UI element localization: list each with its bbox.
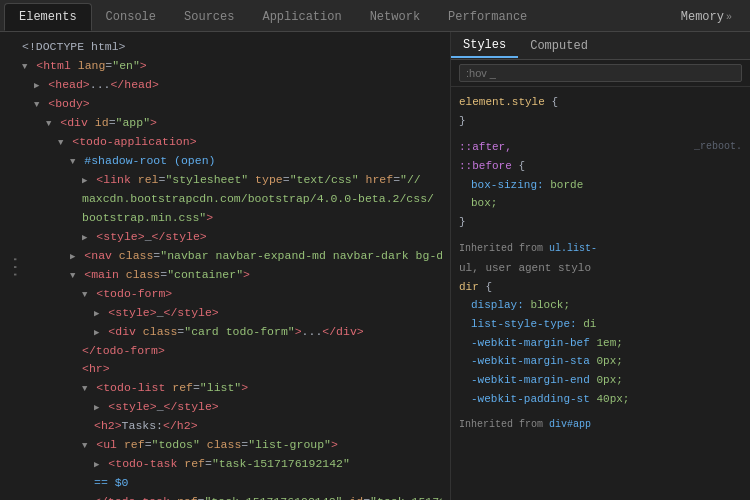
- tab-memory-label: Memory: [681, 10, 724, 24]
- dom-line: </todo-form>: [22, 342, 442, 361]
- dom-line: ▼ <html lang="en">: [22, 57, 442, 76]
- filter-row: [451, 60, 750, 87]
- styles-content: element.style { } ::after, _reboot. ::be…: [451, 87, 750, 447]
- css-prop-line: -webkit-margin-bef 1em;: [459, 334, 742, 353]
- styles-tab-label: Styles: [463, 38, 506, 52]
- dom-line: ▶ <style>_</style>: [22, 398, 442, 417]
- css-prop-line: box;: [459, 194, 742, 213]
- triangle-icon: ▼: [70, 271, 75, 281]
- triangle-icon: ▶: [94, 309, 99, 319]
- dom-line: ▶ <todo-task ref="task-1517176192142": [22, 455, 442, 474]
- triangle-icon: ▶: [94, 403, 99, 413]
- dom-content: <!DOCTYPE html> ▼ <html lang="en"> ▶ <he…: [22, 38, 442, 500]
- dom-line: ▼ <main class="container">: [22, 266, 442, 285]
- css-close-brace: }: [459, 213, 742, 232]
- dom-line: ▼ <todo-form>: [22, 285, 442, 304]
- css-selector-line: ::after, _reboot.: [459, 138, 742, 157]
- inherited-element: ul.list-: [549, 243, 597, 254]
- tab-application-label: Application: [262, 10, 341, 24]
- triangle-icon: ▶: [94, 328, 99, 338]
- css-block-after-before: ::after, _reboot. ::before { box-sizing:…: [459, 138, 742, 231]
- css-inherited-source: ul, user agent stylo: [459, 259, 742, 278]
- dom-line: bootstrap.min.css">: [22, 209, 442, 228]
- inherited-element2: div#app: [549, 419, 591, 430]
- inherited-label2: Inherited from div#app: [459, 416, 742, 433]
- triangle-icon: ▼: [82, 384, 87, 394]
- tab-elements-label: Elements: [19, 10, 77, 24]
- css-prop-line: box-sizing: borde: [459, 176, 742, 195]
- dom-line: </todo-task ref="task-1517176192142" id=…: [22, 493, 442, 500]
- css-block-inherited2: Inherited from div#app: [459, 416, 742, 433]
- css-block-inherited: Inherited from ul.list- ul, user agent s…: [459, 240, 742, 409]
- tab-computed[interactable]: Computed: [518, 35, 600, 57]
- chevron-icon: »: [726, 12, 732, 23]
- tab-sources[interactable]: Sources: [170, 3, 248, 31]
- tab-performance[interactable]: Performance: [434, 3, 541, 31]
- tab-elements[interactable]: Elements: [4, 3, 92, 31]
- css-prop-line: list-style-type: di: [459, 315, 742, 334]
- triangle-icon: ▼: [46, 119, 51, 129]
- tab-console-label: Console: [106, 10, 156, 24]
- css-prop-line: -webkit-padding-st 40px;: [459, 390, 742, 409]
- css-prop-line: display: block;: [459, 296, 742, 315]
- dom-line: ▼ <body>: [22, 95, 442, 114]
- dom-line: <hr>: [22, 360, 442, 379]
- css-prop-line: dir {: [459, 278, 742, 297]
- dom-line: ▼ #shadow-root (open): [22, 152, 442, 171]
- triangle-icon: ▶: [82, 176, 87, 186]
- dom-line: ▶ <div class="card todo-form">...</div>: [22, 323, 442, 342]
- css-prop-line: -webkit-margin-sta 0px;: [459, 352, 742, 371]
- filter-input[interactable]: [459, 64, 742, 82]
- triangle-icon: ▼: [34, 100, 39, 110]
- dom-line: ▶ <nav class="navbar navbar-expand-md na…: [22, 247, 442, 266]
- tab-sources-label: Sources: [184, 10, 234, 24]
- triangle-icon: ▼: [82, 290, 87, 300]
- tab-styles[interactable]: Styles: [451, 34, 518, 58]
- main-content: ··· <!DOCTYPE html> ▼ <html lang="en"> ▶…: [0, 32, 750, 500]
- dom-line: ▶ <style>_</style>: [22, 304, 442, 323]
- triangle-icon: ▶: [34, 81, 39, 91]
- dom-panel[interactable]: ··· <!DOCTYPE html> ▼ <html lang="en"> ▶…: [0, 32, 450, 500]
- triangle-icon: ▶: [82, 233, 87, 243]
- triangle-icon: ▼: [22, 62, 27, 72]
- dom-line: ▶ <head>...</head>: [22, 76, 442, 95]
- css-selector2-line: ::before {: [459, 157, 742, 176]
- dom-line: maxcdn.bootstrapcdn.com/bootstrap/4.0.0-…: [22, 190, 442, 209]
- dom-line: ▼ <div id="app">: [22, 114, 442, 133]
- dom-line: == $0: [22, 474, 442, 493]
- triangle-icon: ▶: [70, 252, 75, 262]
- dom-line: ▼ <todo-list ref="list">: [22, 379, 442, 398]
- dom-line: <h2>Tasks:</h2>: [22, 417, 442, 436]
- styles-panel: Styles Computed element.style { }: [450, 32, 750, 500]
- tab-console[interactable]: Console: [92, 3, 170, 31]
- tab-performance-label: Performance: [448, 10, 527, 24]
- inherited-label: Inherited from ul.list-: [459, 240, 742, 257]
- triangle-icon: ▼: [82, 441, 87, 451]
- dom-line: ▼ <todo-application>: [22, 133, 442, 152]
- computed-tab-label: Computed: [530, 39, 588, 53]
- dots-indicator: ···: [2, 255, 28, 278]
- triangle-icon: ▼: [58, 138, 63, 148]
- tab-application[interactable]: Application: [248, 3, 355, 31]
- dom-line: ▶ <link rel="stylesheet" type="text/css"…: [22, 171, 442, 190]
- dom-line: ▼ <ul ref="todos" class="list-group">: [22, 436, 442, 455]
- tab-bar: Elements Console Sources Application Net…: [0, 0, 750, 32]
- tab-network[interactable]: Network: [356, 3, 434, 31]
- tab-network-label: Network: [370, 10, 420, 24]
- css-block-element: element.style { }: [459, 93, 742, 130]
- css-close-brace: }: [459, 112, 742, 131]
- triangle-icon: ▼: [70, 157, 75, 167]
- styles-tabs: Styles Computed: [451, 32, 750, 60]
- css-prop-line: -webkit-margin-end 0px;: [459, 371, 742, 390]
- tab-memory[interactable]: Memory »: [667, 3, 746, 31]
- css-selector-line: element.style {: [459, 93, 742, 112]
- triangle-icon: ▶: [94, 460, 99, 470]
- dom-line: ▶ <style>_</style>: [22, 228, 442, 247]
- dom-line: <!DOCTYPE html>: [22, 38, 442, 57]
